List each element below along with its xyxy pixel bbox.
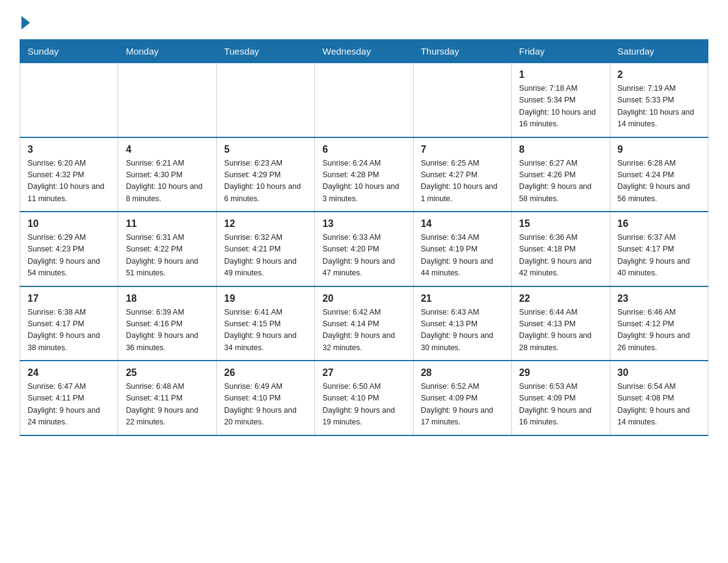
calendar-day-cell: 29Sunrise: 6:53 AM Sunset: 4:09 PM Dayli… [512,361,610,435]
day-info: Sunrise: 6:25 AM Sunset: 4:27 PM Dayligh… [421,158,504,205]
day-of-week-header: Thursday [413,40,511,63]
day-number: 28 [421,367,504,378]
day-number: 10 [28,218,110,229]
day-number: 7 [421,144,504,155]
day-info: Sunrise: 6:23 AM Sunset: 4:29 PM Dayligh… [224,158,307,205]
day-number: 3 [28,144,110,155]
day-number: 1 [519,69,602,80]
day-info: Sunrise: 6:47 AM Sunset: 4:11 PM Dayligh… [28,381,110,429]
day-info: Sunrise: 6:28 AM Sunset: 4:24 PM Dayligh… [618,158,700,205]
day-info: Sunrise: 6:31 AM Sunset: 4:22 PM Dayligh… [126,232,208,280]
calendar-header-row: SundayMondayTuesdayWednesdayThursdayFrid… [20,40,708,63]
day-number: 20 [322,293,405,304]
calendar-day-cell [413,63,511,137]
calendar-day-cell: 6Sunrise: 6:24 AM Sunset: 4:28 PM Daylig… [315,137,413,212]
calendar-week-row: 17Sunrise: 6:38 AM Sunset: 4:17 PM Dayli… [20,286,708,361]
calendar-week-row: 3Sunrise: 6:20 AM Sunset: 4:32 PM Daylig… [20,137,708,212]
day-info: Sunrise: 6:20 AM Sunset: 4:32 PM Dayligh… [28,158,110,205]
calendar-day-cell: 18Sunrise: 6:39 AM Sunset: 4:16 PM Dayli… [118,286,216,361]
day-info: Sunrise: 6:27 AM Sunset: 4:26 PM Dayligh… [519,158,602,205]
day-number: 14 [421,218,504,229]
calendar-day-cell: 4Sunrise: 6:21 AM Sunset: 4:30 PM Daylig… [118,137,216,212]
calendar-day-cell: 2Sunrise: 7:19 AM Sunset: 5:33 PM Daylig… [610,63,708,137]
calendar-day-cell: 25Sunrise: 6:48 AM Sunset: 4:11 PM Dayli… [118,361,216,435]
day-info: Sunrise: 6:42 AM Sunset: 4:14 PM Dayligh… [322,307,405,354]
calendar-day-cell: 10Sunrise: 6:29 AM Sunset: 4:23 PM Dayli… [20,212,118,286]
day-number: 21 [421,293,504,304]
calendar-day-cell: 12Sunrise: 6:32 AM Sunset: 4:21 PM Dayli… [216,212,314,286]
day-info: Sunrise: 6:33 AM Sunset: 4:20 PM Dayligh… [322,232,405,280]
day-info: Sunrise: 6:52 AM Sunset: 4:09 PM Dayligh… [421,381,504,429]
day-number: 16 [618,218,700,229]
day-info: Sunrise: 6:39 AM Sunset: 4:16 PM Dayligh… [126,307,208,354]
day-info: Sunrise: 6:37 AM Sunset: 4:17 PM Dayligh… [618,232,700,280]
day-info: Sunrise: 6:54 AM Sunset: 4:08 PM Dayligh… [618,381,700,429]
calendar-day-cell: 14Sunrise: 6:34 AM Sunset: 4:19 PM Dayli… [413,212,511,286]
day-of-week-header: Monday [118,40,216,63]
calendar-day-cell: 21Sunrise: 6:43 AM Sunset: 4:13 PM Dayli… [413,286,511,361]
day-of-week-header: Tuesday [216,40,314,63]
page-header [20,15,708,28]
calendar-day-cell: 13Sunrise: 6:33 AM Sunset: 4:20 PM Dayli… [315,212,413,286]
day-number: 11 [126,218,208,229]
calendar-day-cell: 7Sunrise: 6:25 AM Sunset: 4:27 PM Daylig… [413,137,511,212]
calendar-day-cell [118,63,216,137]
logo [20,15,30,28]
day-number: 13 [322,218,405,229]
day-info: Sunrise: 6:44 AM Sunset: 4:13 PM Dayligh… [519,307,602,354]
day-number: 26 [224,367,307,378]
day-info: Sunrise: 6:24 AM Sunset: 4:28 PM Dayligh… [322,158,405,205]
day-number: 27 [322,367,405,378]
calendar-body: 1Sunrise: 7:18 AM Sunset: 5:34 PM Daylig… [20,63,708,435]
day-info: Sunrise: 6:43 AM Sunset: 4:13 PM Dayligh… [421,307,504,354]
calendar-week-row: 1Sunrise: 7:18 AM Sunset: 5:34 PM Daylig… [20,63,708,137]
day-info: Sunrise: 6:49 AM Sunset: 4:10 PM Dayligh… [224,381,307,429]
day-number: 4 [126,144,208,155]
day-of-week-header: Wednesday [315,40,413,63]
day-number: 2 [618,69,700,80]
day-number: 19 [224,293,307,304]
day-info: Sunrise: 6:21 AM Sunset: 4:30 PM Dayligh… [126,158,208,205]
day-info: Sunrise: 6:38 AM Sunset: 4:17 PM Dayligh… [28,307,110,354]
day-number: 24 [28,367,110,378]
calendar-table: SundayMondayTuesdayWednesdayThursdayFrid… [20,39,708,436]
day-number: 23 [618,293,700,304]
day-number: 29 [519,367,602,378]
day-number: 22 [519,293,602,304]
day-number: 30 [618,367,700,378]
day-number: 17 [28,293,110,304]
day-info: Sunrise: 6:29 AM Sunset: 4:23 PM Dayligh… [28,232,110,280]
day-info: Sunrise: 7:18 AM Sunset: 5:34 PM Dayligh… [519,83,602,131]
day-info: Sunrise: 6:48 AM Sunset: 4:11 PM Dayligh… [126,381,208,429]
day-number: 25 [126,367,208,378]
calendar-day-cell: 24Sunrise: 6:47 AM Sunset: 4:11 PM Dayli… [20,361,118,435]
day-number: 12 [224,218,307,229]
day-number: 18 [126,293,208,304]
calendar-day-cell: 9Sunrise: 6:28 AM Sunset: 4:24 PM Daylig… [610,137,708,212]
calendar-day-cell: 15Sunrise: 6:36 AM Sunset: 4:18 PM Dayli… [512,212,610,286]
calendar-day-cell: 30Sunrise: 6:54 AM Sunset: 4:08 PM Dayli… [610,361,708,435]
day-info: Sunrise: 6:36 AM Sunset: 4:18 PM Dayligh… [519,232,602,280]
calendar-week-row: 24Sunrise: 6:47 AM Sunset: 4:11 PM Dayli… [20,361,708,435]
day-info: Sunrise: 6:41 AM Sunset: 4:15 PM Dayligh… [224,307,307,354]
calendar-day-cell: 19Sunrise: 6:41 AM Sunset: 4:15 PM Dayli… [216,286,314,361]
day-info: Sunrise: 6:53 AM Sunset: 4:09 PM Dayligh… [519,381,602,429]
day-info: Sunrise: 6:46 AM Sunset: 4:12 PM Dayligh… [618,307,700,354]
day-number: 8 [519,144,602,155]
day-of-week-header: Friday [512,40,610,63]
day-of-week-header: Sunday [20,40,118,63]
calendar-day-cell: 11Sunrise: 6:31 AM Sunset: 4:22 PM Dayli… [118,212,216,286]
day-number: 5 [224,144,307,155]
calendar-day-cell [315,63,413,137]
calendar-day-cell [20,63,118,137]
calendar-week-row: 10Sunrise: 6:29 AM Sunset: 4:23 PM Dayli… [20,212,708,286]
calendar-day-cell: 16Sunrise: 6:37 AM Sunset: 4:17 PM Dayli… [610,212,708,286]
day-number: 15 [519,218,602,229]
calendar-day-cell: 27Sunrise: 6:50 AM Sunset: 4:10 PM Dayli… [315,361,413,435]
logo-arrow-icon [21,16,30,29]
day-of-week-header: Saturday [610,40,708,63]
day-number: 6 [322,144,405,155]
calendar-day-cell: 22Sunrise: 6:44 AM Sunset: 4:13 PM Dayli… [512,286,610,361]
calendar-day-cell: 17Sunrise: 6:38 AM Sunset: 4:17 PM Dayli… [20,286,118,361]
calendar-day-cell: 20Sunrise: 6:42 AM Sunset: 4:14 PM Dayli… [315,286,413,361]
